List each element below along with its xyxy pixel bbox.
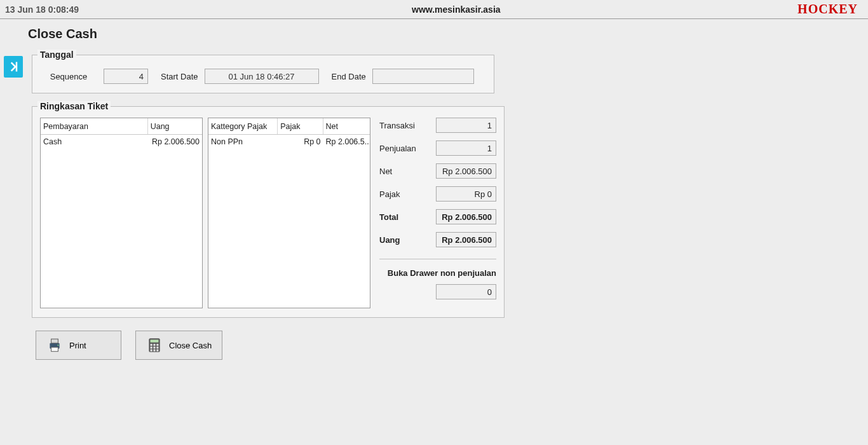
- datetime-text: 13 Jun 18 0:08:49: [5, 4, 412, 15]
- svg-rect-2: [51, 339, 58, 343]
- tax-header-net[interactable]: Net: [323, 118, 370, 134]
- svg-rect-8: [153, 344, 155, 346]
- uang-label: Uang: [379, 235, 400, 245]
- tax-cell-pajak: Rp 0: [278, 137, 323, 146]
- svg-rect-3: [51, 347, 58, 352]
- svg-rect-15: [156, 350, 158, 352]
- svg-rect-7: [151, 344, 153, 346]
- total-label: Total: [379, 212, 398, 222]
- svg-rect-13: [151, 350, 153, 352]
- start-date-label: Start Date: [161, 72, 198, 81]
- transaksi-value: 1: [436, 118, 496, 133]
- close-cash-button[interactable]: Close Cash: [135, 331, 222, 360]
- tax-header-category[interactable]: Kattegory Pajak: [208, 118, 278, 134]
- tanggal-legend: Tanggal: [37, 50, 76, 60]
- print-button-label: Print: [69, 341, 86, 350]
- payment-table: Pembayaran Uang Cash Rp 2.006.500: [40, 118, 203, 308]
- transaksi-label: Transaksi: [379, 121, 415, 130]
- payment-cell-amount: Rp 2.006.500: [148, 137, 202, 146]
- end-date-value: [372, 69, 474, 84]
- svg-rect-12: [156, 346, 158, 348]
- table-row[interactable]: Cash Rp 2.006.500: [41, 135, 202, 149]
- net-label: Net: [379, 167, 392, 176]
- svg-point-4: [57, 345, 58, 346]
- svg-rect-14: [153, 350, 155, 352]
- payment-cell-name: Cash: [41, 137, 148, 146]
- close-cash-button-label: Close Cash: [169, 341, 212, 350]
- uang-value: Rp 2.006.500: [436, 232, 496, 247]
- printer-icon: [46, 337, 63, 353]
- summary-column: Transaksi 1 Penjualan 1 Net Rp 2.006.500…: [376, 118, 496, 299]
- penjualan-value: 1: [436, 140, 496, 156]
- chevron-right-icon: [7, 60, 20, 73]
- svg-rect-9: [156, 344, 158, 346]
- sequence-label: Sequence: [40, 72, 97, 81]
- tax-header-pajak[interactable]: Pajak: [278, 118, 323, 134]
- pajak-value: Rp 0: [436, 186, 496, 202]
- drawer-label: Buka Drawer non penjualan: [379, 268, 496, 278]
- print-button[interactable]: Print: [36, 331, 121, 360]
- payment-header-uang[interactable]: Uang: [148, 118, 202, 134]
- total-value: Rp 2.006.500: [436, 209, 496, 224]
- separator: [379, 259, 496, 259]
- url-text: www.mesinkasir.asia: [412, 4, 797, 15]
- tanggal-group: Tanggal Sequence 4 Start Date 01 Jun 18 …: [32, 50, 494, 93]
- tax-cell-category: Non PPn: [208, 137, 278, 146]
- ringkasan-group: Ringkasan Tiket Pembayaran Uang Cash Rp …: [32, 101, 505, 318]
- calculator-icon: [146, 337, 163, 353]
- page-title: Close Cash: [0, 19, 868, 48]
- pajak-label: Pajak: [379, 189, 400, 199]
- top-bar: 13 Jun 18 0:08:49 www.mesinkasir.asia HO…: [0, 0, 868, 19]
- tax-table: Kattegory Pajak Pajak Net Non PPn Rp 0 R…: [208, 118, 370, 308]
- ringkasan-legend: Ringkasan Tiket: [37, 101, 111, 111]
- net-value: Rp 2.006.500: [436, 163, 496, 179]
- sequence-value: 4: [104, 69, 148, 84]
- tax-cell-net: Rp 2.006.5...: [323, 137, 370, 146]
- table-row[interactable]: Non PPn Rp 0 Rp 2.006.5...: [208, 135, 370, 149]
- penjualan-label: Penjualan: [379, 144, 416, 153]
- end-date-label: End Date: [332, 72, 366, 81]
- svg-rect-10: [151, 346, 153, 348]
- expand-sidebar-button[interactable]: [4, 56, 23, 78]
- start-date-value: 01 Jun 18 0:46:27: [205, 69, 319, 84]
- brand-logo: HOCKEY: [797, 2, 865, 17]
- svg-rect-6: [151, 339, 159, 342]
- svg-rect-11: [153, 346, 155, 348]
- payment-header-pembayaran[interactable]: Pembayaran: [41, 118, 148, 134]
- drawer-value: 0: [436, 284, 496, 299]
